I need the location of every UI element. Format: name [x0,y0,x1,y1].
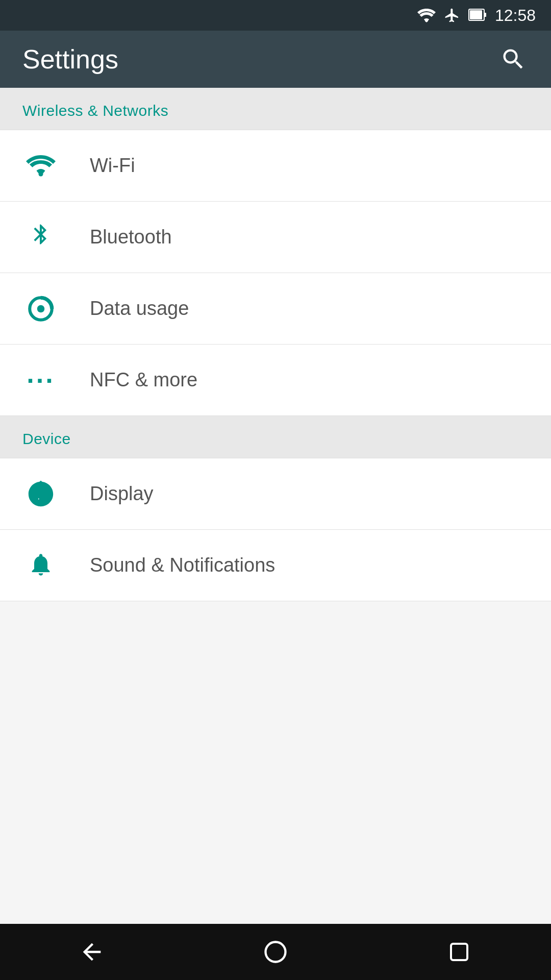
data-usage-label: Data usage [90,298,189,320]
airplane-status-icon [444,7,460,23]
section-header-wireless: Wireless & Networks [0,88,551,130]
data-usage-icon [22,290,59,327]
nav-bar [0,924,551,980]
settings-item-nfc[interactable]: ··· NFC & more [0,345,551,416]
sound-label: Sound & Notifications [90,554,275,576]
device-settings-list: Display Sound & Notifications [0,458,551,601]
settings-item-data-usage[interactable]: Data usage [0,273,551,345]
svg-rect-3 [484,13,486,17]
svg-point-6 [37,305,45,312]
bluetooth-icon [22,219,59,256]
nfc-more-icon: ··· [22,362,59,399]
svg-rect-8 [451,944,467,960]
back-icon [79,939,105,965]
section-label-device: Device [22,430,71,447]
section-header-device: Device [0,416,551,458]
content-area: Wireless & Networks Wi-Fi Bluetooth [0,88,551,980]
status-icons: 12:58 [417,6,536,25]
search-button[interactable] [498,44,529,75]
battery-status-icon [468,8,487,23]
wifi-label: Wi-Fi [90,155,135,177]
svg-rect-2 [470,10,482,19]
display-label: Display [90,483,154,505]
wireless-settings-list: Wi-Fi Bluetooth Data usage [0,130,551,416]
recents-button[interactable] [439,932,480,972]
sound-notifications-icon [22,547,59,584]
nfc-label: NFC & more [90,369,197,391]
wifi-icon [22,148,59,184]
home-button[interactable] [255,932,296,972]
status-time: 12:58 [495,6,536,25]
app-bar: Settings [0,31,551,88]
svg-point-0 [425,19,428,22]
page-title: Settings [22,44,118,75]
svg-point-4 [39,172,43,176]
status-bar: 12:58 [0,0,551,31]
display-icon [22,476,59,512]
settings-item-sound[interactable]: Sound & Notifications [0,530,551,601]
svg-point-7 [266,942,286,962]
home-icon [262,939,289,965]
section-label-wireless: Wireless & Networks [22,102,168,119]
wifi-status-icon [417,8,436,22]
bluetooth-label: Bluetooth [90,226,172,248]
settings-item-bluetooth[interactable]: Bluetooth [0,202,551,273]
settings-item-display[interactable]: Display [0,458,551,530]
back-button[interactable] [71,932,112,972]
recents-icon [447,940,471,964]
search-icon [500,46,527,72]
settings-item-wifi[interactable]: Wi-Fi [0,130,551,202]
